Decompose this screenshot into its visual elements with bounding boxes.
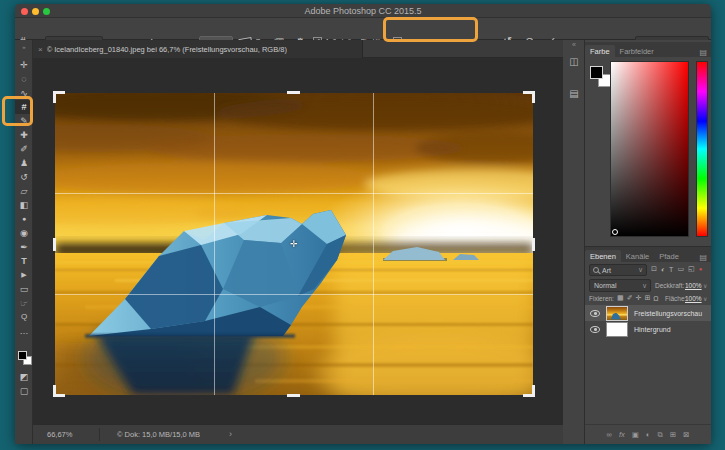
- crop-handle-top-mid[interactable]: [287, 91, 300, 94]
- toolbar-collapse-icon[interactable]: »: [15, 42, 33, 52]
- lock-image-pixels-icon[interactable]: ✐: [627, 294, 633, 302]
- tool-brush[interactable]: ✐: [15, 142, 33, 156]
- filter-adjustment-layers-icon[interactable]: ◐: [661, 266, 665, 273]
- foreground-color-swatch[interactable]: [18, 351, 27, 360]
- tab-pfade[interactable]: Pfade: [654, 250, 684, 262]
- panel-menu-icon[interactable]: ▤: [695, 48, 711, 57]
- lock-all-icon[interactable]: Ω: [653, 295, 658, 302]
- tool-gradient[interactable]: ◧: [15, 198, 33, 212]
- layer-row-freistellungsvorschau[interactable]: Freistellungsvorschau: [585, 305, 711, 321]
- delete-layer-icon[interactable]: ⊠: [683, 430, 689, 439]
- tool-clone-stamp[interactable]: ♟: [15, 156, 33, 170]
- chevron-down-icon[interactable]: ∨: [703, 282, 707, 289]
- crop-grid-line-horizontal-2: [55, 294, 533, 295]
- tool-hand[interactable]: ☞: [15, 296, 33, 310]
- layer-row-hintergrund[interactable]: Hintergrund: [585, 321, 711, 337]
- search-icon: [593, 267, 599, 273]
- tool-healing-brush[interactable]: ✚: [15, 128, 33, 142]
- tool-edit-toolbar[interactable]: …: [15, 324, 33, 338]
- tool-dodge[interactable]: ◉: [15, 226, 33, 240]
- foreground-color-swatch[interactable]: [590, 66, 603, 79]
- crop-grid-line-vertical-2: [373, 93, 374, 395]
- crop-handle-top-left[interactable]: [53, 91, 65, 103]
- add-layer-mask-icon[interactable]: ▣: [632, 430, 639, 439]
- tab-farbfelder[interactable]: Farbfelder: [615, 45, 659, 57]
- chevron-down-icon[interactable]: ∨: [703, 295, 707, 302]
- tool-eraser[interactable]: ▱: [15, 184, 33, 198]
- filter-toggle-icon[interactable]: ●: [699, 266, 703, 272]
- screenshot-root: { "window": { "title": "Adobe Photoshop …: [0, 0, 725, 450]
- tool-lasso[interactable]: ∿: [15, 86, 33, 100]
- color-picker-marker[interactable]: [612, 229, 618, 235]
- filter-smart-object-icon[interactable]: ◱: [688, 265, 695, 273]
- blend-mode-dropdown[interactable]: Normal ∨: [589, 279, 651, 292]
- color-panel-tabs: Farbe Farbfelder ▤: [585, 42, 711, 57]
- crop-center-marker[interactable]: ✛: [290, 239, 298, 249]
- photoshop-window: Adobe Photoshop CC 2015.5 #▾ Verhältnis∨…: [15, 4, 711, 444]
- hue-slider[interactable]: [696, 61, 708, 237]
- tool-bar: » ✛ ◌ ∿ # ✎ ✚ ✐ ♟ ↺ ▱ ◧ ● ◉ ✒ T ▶ ▭ ☞ Q …: [15, 40, 33, 444]
- fill-value[interactable]: 100%: [685, 295, 702, 302]
- canvas-area[interactable]: ✛: [33, 58, 563, 424]
- layer-thumbnail[interactable]: [606, 306, 628, 321]
- screen-mode-icon[interactable]: ▢: [15, 384, 33, 398]
- filter-type-layers-icon[interactable]: T: [669, 266, 673, 273]
- tool-marquee[interactable]: ◌: [15, 72, 33, 86]
- properties-panel-icon[interactable]: ◫: [566, 54, 582, 70]
- crop-handle-top-right[interactable]: [523, 91, 535, 103]
- tool-pen[interactable]: ✒: [15, 240, 33, 254]
- collapsed-panel-strip: « ◫ ▤: [563, 40, 585, 444]
- quick-mask-icon[interactable]: ◩: [15, 370, 33, 384]
- document-tab[interactable]: × © IcelandIceberg_01840.jpeg bei 66,7% …: [33, 40, 363, 58]
- layer-name: Freistellungsvorschau: [634, 310, 702, 317]
- chevron-down-icon: ∨: [642, 282, 650, 290]
- tool-zoom[interactable]: Q: [15, 310, 33, 324]
- iceberg-image[interactable]: ✛: [55, 93, 533, 395]
- fill-label: Fläche:: [665, 295, 686, 302]
- panel-column: Farbe Farbfelder ▤ Ebenen Kanäle Pfade ▤: [585, 40, 711, 444]
- tab-farbe[interactable]: Farbe: [585, 45, 615, 57]
- new-group-icon[interactable]: ⧉: [657, 430, 662, 440]
- info-panel-icon[interactable]: ▤: [566, 86, 582, 102]
- layers-panel-buttons: ∞ fx ▣ ◐ ⧉ ⊞ ⊠: [585, 424, 711, 444]
- tool-eyedropper[interactable]: ✎: [15, 114, 33, 128]
- layer-filter-dropdown[interactable]: Art ∨: [589, 264, 647, 276]
- document-size-status: © Dok: 15,0 MB/15,0 MB: [117, 430, 200, 439]
- opacity-label: Deckkraft:: [655, 282, 684, 289]
- tool-crop[interactable]: #: [15, 100, 33, 114]
- opacity-value[interactable]: 100%: [685, 282, 702, 289]
- layer-effects-icon[interactable]: fx: [619, 430, 625, 439]
- crop-handle-right-mid[interactable]: [532, 238, 535, 251]
- layers-panel-tabs: Ebenen Kanäle Pfade ▤: [585, 247, 711, 262]
- filter-shape-layers-icon[interactable]: ▭: [677, 265, 684, 273]
- status-expander-icon[interactable]: ›: [229, 429, 232, 439]
- lock-artboard-icon[interactable]: ⊞: [644, 294, 650, 302]
- tool-move[interactable]: ✛: [15, 58, 33, 72]
- tool-blur[interactable]: ●: [15, 212, 33, 226]
- status-bar: 66,67% © Dok: 15,0 MB/15,0 MB ›: [33, 424, 563, 444]
- close-tab-icon[interactable]: ×: [38, 45, 43, 54]
- panel-menu-icon[interactable]: ▤: [695, 253, 711, 262]
- adjustment-layer-icon[interactable]: ◐: [646, 430, 651, 439]
- lock-transparent-pixels-icon[interactable]: ▦: [617, 294, 624, 302]
- tab-ebenen[interactable]: Ebenen: [585, 250, 621, 262]
- crop-handle-bottom-mid[interactable]: [287, 394, 300, 397]
- layer-visibility-eye-icon[interactable]: [590, 326, 600, 333]
- tool-type[interactable]: T: [15, 254, 33, 268]
- expand-panels-icon[interactable]: «: [563, 41, 585, 48]
- layer-thumbnail[interactable]: [606, 322, 628, 337]
- crop-handle-bottom-left[interactable]: [53, 385, 65, 397]
- zoom-level-value[interactable]: 66,67%: [47, 430, 72, 439]
- layer-visibility-eye-icon[interactable]: [590, 310, 600, 317]
- tool-history-brush[interactable]: ↺: [15, 170, 33, 184]
- crop-handle-left-mid[interactable]: [53, 238, 56, 251]
- new-layer-icon[interactable]: ⊞: [670, 430, 676, 439]
- tool-path-selection[interactable]: ▶: [15, 268, 33, 282]
- link-layers-icon[interactable]: ∞: [607, 430, 612, 439]
- color-saturation-field[interactable]: [610, 61, 689, 237]
- crop-handle-bottom-right[interactable]: [523, 385, 535, 397]
- tab-kanaele[interactable]: Kanäle: [621, 250, 654, 262]
- tool-shape[interactable]: ▭: [15, 282, 33, 296]
- lock-position-icon[interactable]: ✛: [636, 294, 642, 302]
- filter-pixel-layers-icon[interactable]: ⊡: [651, 265, 657, 273]
